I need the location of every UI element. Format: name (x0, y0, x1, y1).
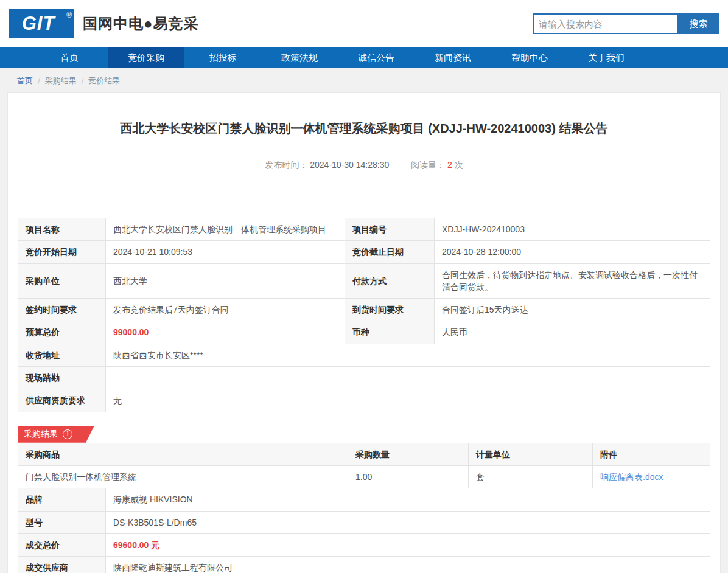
detail-value-deal-price: 69600.00 元 (106, 533, 710, 556)
detail-label-winning-supplier: 成交供应商 (18, 557, 106, 573)
table-row: 门禁人脸识别一体机管理系统 1.00 套 响应偏离表.docx (18, 465, 710, 488)
info-value-bid-start: 2024-10-21 10:09:53 (106, 241, 345, 263)
info-label-supplier-qualification: 供应商资质要求 (18, 389, 106, 412)
table-row: 收货地址 陕西省西安市长安区**** (18, 344, 710, 366)
result-header-attachment: 附件 (593, 443, 710, 465)
nav-item-news[interactable]: 新闻资讯 (415, 47, 491, 68)
result-header-product: 采购商品 (18, 443, 348, 465)
info-value-site-survey (106, 367, 710, 389)
page-title: 西北大学长安校区门禁人脸识别一体机管理系统采购项目 (XDJJ-HW-20241… (8, 93, 720, 137)
info-label-signing-time: 签约时间要求 (18, 299, 106, 321)
info-value-supplier-qualification: 无 (106, 389, 710, 412)
info-label-bid-start: 竞价开始日期 (18, 241, 106, 263)
info-value-currency: 人民币 (435, 321, 710, 344)
procurement-result-ribbon: 采购结果 1 (18, 426, 94, 443)
breadcrumb: 首页 / 采购结果 / 竞价结果 (0, 68, 728, 92)
result-header-quantity: 采购数量 (348, 443, 469, 465)
search-bar: 搜索 (533, 13, 719, 34)
logo-text: GIT (22, 13, 61, 35)
table-row: 品牌 海康威视 HIKVISION (18, 488, 710, 511)
info-value-signing-time: 发布竞价结果后7天内签订合同 (106, 299, 345, 321)
table-header-row: 采购商品 采购数量 计量单位 附件 (18, 443, 710, 465)
table-row: 项目名称 西北大学长安校区门禁人脸识别一体机管理系统采购项目 项目编号 XDJJ… (18, 218, 710, 241)
info-label-bid-deadline: 竞价截止日期 (345, 241, 435, 263)
nav-item-tenders[interactable]: 招投标 (184, 47, 261, 68)
breadcrumb-separator: / (38, 77, 40, 86)
info-label-currency: 币种 (345, 321, 435, 344)
nav-item-about-us[interactable]: 关于我们 (568, 47, 645, 68)
announcement-card: 西北大学长安校区门禁人脸识别一体机管理系统采购项目 (XDJJ-HW-20241… (7, 92, 721, 573)
site-title: 国网中电●易竞采 (83, 14, 199, 33)
table-row: 现场踏勘 (18, 367, 710, 389)
nav-item-policies[interactable]: 政策法规 (261, 47, 338, 68)
detail-value-winning-supplier: 陕西隆乾迪斯建筑工程有限公司 (106, 557, 710, 573)
info-label-project-name: 项目名称 (18, 218, 106, 241)
site-header: GIT ® 国网中电●易竞采 搜索 (0, 0, 728, 47)
breadcrumb-procurement-results[interactable]: 采购结果 (45, 75, 77, 86)
info-value-purchaser: 西北大学 (106, 263, 345, 299)
info-value-budget-total: 99000.00 (106, 321, 345, 344)
detail-label-brand: 品牌 (18, 488, 106, 511)
result-header-unit: 计量单位 (469, 443, 593, 465)
info-value-delivery-time: 合同签订后15天内送达 (435, 299, 710, 321)
main-nav: 首页 竞价采购 招投标 政策法规 诚信公告 新闻资讯 帮助中心 关于我们 (0, 47, 728, 68)
detail-label-deal-price: 成交总价 (18, 533, 106, 556)
table-row: 采购单位 西北大学 付款方式 合同生效后，待货物到达指定地点、安装调试验收合格后… (18, 263, 710, 299)
ribbon-label: 采购结果 (24, 429, 58, 440)
views-label: 阅读量： (411, 160, 445, 170)
views-count: 2 (447, 160, 452, 170)
info-label-purchaser: 采购单位 (18, 263, 106, 299)
info-value-payment-method: 合同生效后，待货物到达指定地点、安装调试验收合格后，一次性付清合同货款。 (435, 263, 710, 299)
detail-label-model: 型号 (18, 511, 106, 533)
breadcrumb-bidding-results[interactable]: 竞价结果 (88, 75, 120, 86)
detail-value-model: DS-K3B501S-L/Dm65 (106, 511, 710, 533)
info-value-project-name: 西北大学长安校区门禁人脸识别一体机管理系统采购项目 (106, 218, 345, 241)
table-row: 成交总价 69600.00 元 (18, 533, 710, 556)
breadcrumb-separator: / (82, 77, 84, 86)
nav-item-integrity-notices[interactable]: 诚信公告 (338, 47, 415, 68)
search-input[interactable] (533, 13, 677, 34)
info-label-delivery-time: 到货时间要求 (345, 299, 435, 321)
table-row: 供应商资质要求 无 (18, 389, 710, 412)
table-row: 成交供应商 陕西隆乾迪斯建筑工程有限公司 (18, 557, 710, 573)
views-unit: 次 (455, 160, 463, 170)
info-value-project-number: XDJJ-HW-202410003 (435, 218, 710, 241)
result-detail-table: 品牌 海康威视 HIKVISION 型号 DS-K3B501S-L/Dm65 成… (18, 488, 710, 573)
site-logo[interactable]: GIT ® (9, 9, 74, 38)
registered-trademark-icon: ® (66, 11, 72, 19)
info-label-site-survey: 现场踏勘 (18, 367, 106, 389)
dashed-divider (13, 193, 715, 193)
article-meta: 发布时间： 2024-10-30 14:28:30 阅读量： 2 次 (8, 160, 720, 171)
result-items-table: 采购商品 采购数量 计量单位 附件 门禁人脸识别一体机管理系统 1.00 套 响… (18, 443, 710, 489)
publish-time-label: 发布时间： (265, 160, 307, 170)
result-product-quantity: 1.00 (348, 465, 469, 488)
table-row: 预算总价 99000.00 币种 人民币 (18, 321, 710, 344)
nav-item-help-center[interactable]: 帮助中心 (491, 47, 568, 68)
publish-time-value: 2024-10-30 14:28:30 (310, 160, 389, 170)
search-button[interactable]: 搜索 (677, 13, 719, 34)
nav-item-bidding-procurement[interactable]: 竞价采购 (108, 47, 184, 68)
info-value-bid-deadline: 2024-10-28 12:00:00 (435, 241, 710, 263)
table-row: 型号 DS-K3B501S-L/Dm65 (18, 511, 710, 533)
attachment-link[interactable]: 响应偏离表.docx (600, 472, 663, 482)
info-value-delivery-address: 陕西省西安市长安区**** (106, 344, 710, 366)
breadcrumb-home[interactable]: 首页 (17, 75, 33, 86)
result-product-unit: 套 (469, 465, 593, 488)
info-label-delivery-address: 收货地址 (18, 344, 106, 366)
ribbon-count-badge: 1 (63, 429, 72, 439)
result-product-name: 门禁人脸识别一体机管理系统 (18, 465, 348, 488)
info-label-payment-method: 付款方式 (345, 263, 435, 299)
nav-item-home[interactable]: 首页 (31, 47, 108, 68)
detail-value-brand: 海康威视 HIKVISION (106, 488, 710, 511)
info-label-project-number: 项目编号 (345, 218, 435, 241)
table-row: 竞价开始日期 2024-10-21 10:09:53 竞价截止日期 2024-1… (18, 241, 710, 263)
table-row: 签约时间要求 发布竞价结果后7天内签订合同 到货时间要求 合同签订后15天内送达 (18, 299, 710, 321)
project-info-table: 项目名称 西北大学长安校区门禁人脸识别一体机管理系统采购项目 项目编号 XDJJ… (18, 218, 710, 412)
info-label-budget-total: 预算总价 (18, 321, 106, 344)
